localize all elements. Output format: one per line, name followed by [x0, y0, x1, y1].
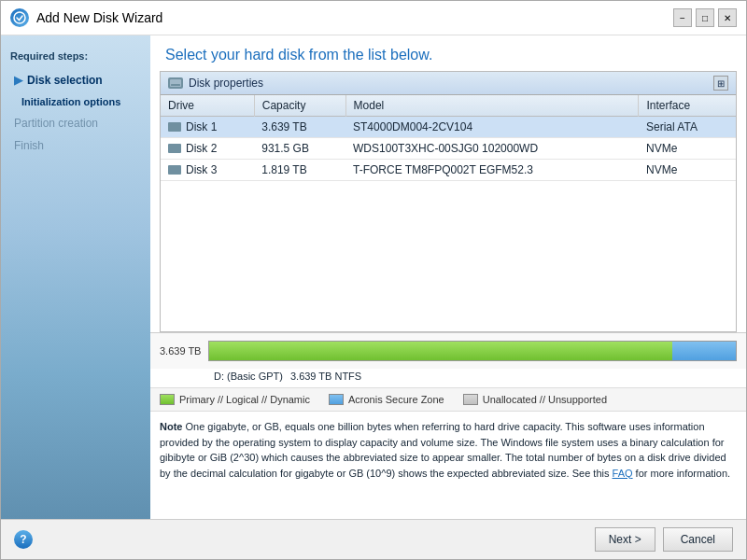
model-cell: WDS100T3XHC-00SJG0 102000WD — [345, 138, 639, 160]
footer-buttons: Next > Cancel — [595, 527, 733, 552]
disk-viz-area: 3.639 TB — [150, 332, 746, 369]
next-button[interactable]: Next > — [595, 527, 655, 552]
maximize-button[interactable]: □ — [696, 8, 714, 27]
close-button[interactable]: ✕ — [718, 8, 737, 27]
legend-gray-box — [463, 394, 478, 405]
expand-button[interactable]: ⊞ — [713, 76, 728, 91]
sidebar-item-partition-creation: Partition creation — [1, 112, 150, 134]
disk-bar-primary — [209, 342, 672, 360]
disk-bar-container — [208, 341, 737, 361]
title-bar: Add New Disk Wizard − □ ✕ — [1, 1, 746, 35]
sidebar-finish-label: Finish — [14, 139, 44, 152]
legend-unallocated: Unallocated // Unsupported — [463, 394, 607, 405]
help-button[interactable]: ? — [14, 530, 33, 549]
content-header: Select your hard disk from the list belo… — [150, 35, 746, 71]
content-area: Select your hard disk from the list belo… — [150, 35, 746, 519]
svg-point-0 — [14, 12, 25, 23]
legend-acronis: Acronis Secure Zone — [329, 394, 444, 405]
legend-row: Primary // Logical // Dynamic Acronis Se… — [150, 387, 746, 411]
drive-label: Disk 2 — [186, 142, 217, 155]
legend-unallocated-label: Unallocated // Unsupported — [483, 394, 607, 405]
drive-icon — [168, 165, 181, 175]
disk-list-table: Drive Capacity Model Interface Disk 13.6… — [161, 95, 736, 181]
legend-green-box — [160, 394, 175, 405]
disk-info-text: 3.639 TB NTFS — [290, 371, 361, 382]
model-cell: T-FORCE TM8FPQ002T EGFM52.3 — [345, 160, 639, 181]
window-controls: − □ ✕ — [673, 8, 737, 27]
disk-properties-panel: Disk properties ⊞ Drive Capacity Model I… — [160, 71, 737, 332]
col-capacity: Capacity — [254, 95, 345, 117]
minimize-button[interactable]: − — [673, 8, 692, 27]
disk-properties-icon — [168, 77, 183, 89]
app-icon — [10, 8, 29, 27]
interface-cell: Serial ATA — [639, 117, 736, 138]
legend-primary-label: Primary // Logical // Dynamic — [179, 394, 310, 405]
disk-properties-header: Disk properties ⊞ — [161, 72, 736, 95]
disk-table: Drive Capacity Model Interface Disk 13.6… — [161, 95, 736, 331]
required-steps-label: Required steps: — [1, 45, 150, 69]
legend-blue-box — [329, 394, 344, 405]
disk-info-row: D: (Basic GPT) 3.639 TB NTFS — [204, 369, 746, 387]
disk-viz-size-label: 3.639 TB — [160, 345, 201, 357]
disk-bar-acronis — [672, 342, 736, 360]
capacity-cell: 3.639 TB — [254, 117, 345, 138]
col-drive: Drive — [161, 95, 254, 117]
note-area: Note One gigabyte, or GB, equals one bil… — [150, 411, 746, 488]
sidebar-item-finish: Finish — [1, 134, 150, 157]
table-header-row: Drive Capacity Model Interface — [161, 95, 736, 117]
sidebar-disk-selection-label: Disk selection — [27, 74, 103, 87]
capacity-cell: 931.5 GB — [254, 138, 345, 160]
active-arrow-icon: ▶ — [14, 74, 22, 87]
svg-rect-2 — [171, 84, 180, 86]
drive-label: Disk 1 — [186, 120, 217, 133]
legend-primary: Primary // Logical // Dynamic — [160, 394, 310, 405]
sidebar-item-initialization-options[interactable]: Initialization options — [1, 91, 150, 112]
col-model: Model — [345, 95, 639, 117]
drive-icon — [168, 144, 181, 153]
table-row[interactable]: Disk 13.639 TBST4000DM004-2CV104Serial A… — [161, 117, 736, 138]
disk-properties-label: Disk properties — [189, 77, 263, 90]
footer-left: ? — [14, 530, 33, 549]
footer: ? Next > Cancel — [1, 519, 746, 559]
note-text-2: for more information. — [633, 468, 731, 479]
sidebar-item-disk-selection[interactable]: ▶ Disk selection — [1, 69, 150, 91]
note-bold: Note — [160, 421, 182, 432]
sidebar-init-options-label: Initialization options — [21, 96, 120, 107]
sidebar: Required steps: ▶ Disk selection Initial… — [1, 35, 150, 519]
main-layout: Required steps: ▶ Disk selection Initial… — [1, 35, 746, 519]
wizard-window: Add New Disk Wizard − □ ✕ Required steps… — [0, 0, 747, 560]
window-title: Add New Disk Wizard — [36, 10, 673, 25]
capacity-cell: 1.819 TB — [254, 160, 345, 181]
cancel-button[interactable]: Cancel — [663, 527, 733, 552]
table-row[interactable]: Disk 31.819 TBT-FORCE TM8FPQ002T EGFM52.… — [161, 160, 736, 181]
model-cell: ST4000DM004-2CV104 — [345, 117, 639, 138]
drive-icon — [168, 122, 181, 132]
table-row[interactable]: Disk 2931.5 GBWDS100T3XHC-00SJG0 102000W… — [161, 138, 736, 160]
col-interface: Interface — [639, 95, 736, 117]
faq-link[interactable]: FAQ — [613, 468, 633, 479]
sidebar-partition-label: Partition creation — [14, 117, 98, 130]
disk-name-text: D: (Basic GPT) — [214, 371, 283, 382]
interface-cell: NVMe — [639, 138, 736, 160]
legend-acronis-label: Acronis Secure Zone — [348, 394, 444, 405]
interface-cell: NVMe — [639, 160, 736, 181]
drive-label: Disk 3 — [186, 163, 217, 176]
